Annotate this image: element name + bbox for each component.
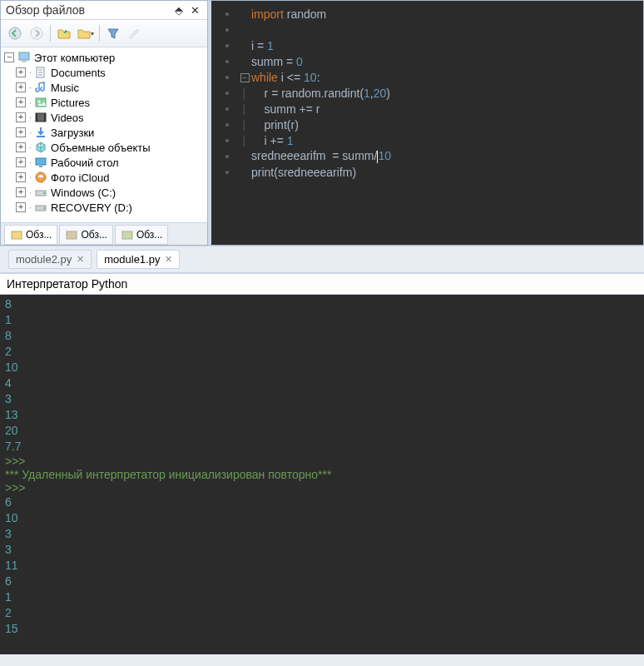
svg-point-14 xyxy=(43,192,45,194)
panel-tab-label: Обз... xyxy=(136,229,162,241)
svg-point-6 xyxy=(38,101,41,103)
filter-button[interactable] xyxy=(103,23,123,43)
expand-icon[interactable]: + xyxy=(16,157,26,167)
expand-icon[interactable]: + xyxy=(16,202,26,212)
expand-icon[interactable]: + xyxy=(16,187,26,197)
tree-connector: · xyxy=(29,142,32,152)
console-line: *** Удаленный интерпретатор инициализиро… xyxy=(5,468,639,481)
expand-icon[interactable]: + xyxy=(16,142,26,152)
panel-tab[interactable]: Обз... xyxy=(4,225,57,245)
tree-root[interactable]: − Этот компьютер xyxy=(1,50,207,65)
tree-item-label: Pictures xyxy=(51,97,90,109)
console-line: 6 xyxy=(5,495,639,510)
tree-item-label: Фото iCloud xyxy=(51,171,109,184)
code-line[interactable]: • xyxy=(216,22,643,37)
close-tab-icon[interactable]: ✕ xyxy=(165,254,172,265)
editor-tab-label: module1.py xyxy=(104,253,160,266)
tree-root-label: Этот компьютер xyxy=(34,52,115,64)
code-line[interactable]: •│ print(r) xyxy=(216,117,643,132)
tree-item[interactable]: +·Pictures xyxy=(1,95,207,110)
download-icon xyxy=(34,126,47,139)
panel-title: Обзор файлов xyxy=(6,3,85,17)
expand-icon[interactable]: + xyxy=(16,112,26,122)
tree-item[interactable]: +·Фото iCloud xyxy=(1,170,207,185)
tab-icon xyxy=(10,228,23,241)
tree-item[interactable]: +·Windows (C:) xyxy=(1,185,207,200)
interpreter-console[interactable]: 8182104313207.7>>>*** Удаленный интерпре… xyxy=(0,295,644,654)
console-line: 15 xyxy=(5,621,639,637)
code-line[interactable]: •summ = 0 xyxy=(216,53,643,69)
close-icon[interactable]: ✕ xyxy=(188,4,202,17)
code-line[interactable]: •import random xyxy=(216,6,643,22)
tab-icon xyxy=(65,228,78,241)
fold-icon[interactable]: − xyxy=(240,73,250,82)
code-line[interactable]: •│ summ += r xyxy=(216,101,643,117)
editor-tab[interactable]: module1.py✕ xyxy=(97,250,180,269)
expand-icon[interactable]: + xyxy=(16,82,26,92)
expand-icon[interactable]: + xyxy=(16,97,26,107)
svg-point-16 xyxy=(43,207,45,209)
close-tab-icon[interactable]: ✕ xyxy=(77,254,84,265)
expand-icon[interactable]: + xyxy=(16,67,26,77)
console-line: 8 xyxy=(5,296,639,312)
file-browser-panel: Обзор файлов ⬘ ✕ ▾ xyxy=(0,0,208,246)
editor-tab[interactable]: module2.py✕ xyxy=(8,250,92,269)
code-line[interactable]: •sredneeearifm = summ/10 xyxy=(216,148,643,164)
tree-item[interactable]: +·Documents xyxy=(1,65,207,80)
code-line[interactable]: •│ r = random.randint(1,20) xyxy=(216,85,643,101)
tree-connector: · xyxy=(29,97,32,107)
pin-icon[interactable]: ⬘ xyxy=(172,4,186,17)
tree-item-label: Music xyxy=(51,82,79,94)
console-line: 7.7 xyxy=(5,439,639,455)
back-button[interactable] xyxy=(5,23,25,43)
drive-icon xyxy=(34,186,47,199)
drive-icon xyxy=(34,201,47,214)
expand-icon[interactable]: + xyxy=(16,172,26,182)
code-line[interactable]: •│ i += 1 xyxy=(216,132,643,148)
tree-item[interactable]: +·Загрузки xyxy=(1,125,207,140)
tab-icon xyxy=(121,228,134,241)
tree-item[interactable]: +·Объемные объекты xyxy=(1,140,207,155)
file-tree[interactable]: − Этот компьютер +·Documents+·Music+·Pic… xyxy=(1,47,207,222)
svg-rect-19 xyxy=(122,231,132,239)
svg-rect-10 xyxy=(36,158,46,165)
console-line: 4 xyxy=(5,375,639,391)
tree-item[interactable]: +·Music xyxy=(1,80,207,95)
tree-connector: · xyxy=(29,202,32,212)
tree-connector: · xyxy=(29,172,32,182)
console-line: 10 xyxy=(5,360,639,375)
cube-icon xyxy=(34,141,47,154)
panel-tab[interactable]: Обз... xyxy=(59,225,112,245)
console-line: >>> xyxy=(5,481,639,495)
tree-item[interactable]: +·Videos xyxy=(1,110,207,125)
expand-icon[interactable]: + xyxy=(16,127,26,137)
tree-item-label: RECOVERY (D:) xyxy=(51,201,132,214)
collapse-icon[interactable]: − xyxy=(4,52,14,62)
panel-title-bar: Обзор файлов ⬘ ✕ xyxy=(1,1,207,20)
folder-open-button[interactable] xyxy=(54,23,74,43)
code-line[interactable]: •−while i <= 10: xyxy=(216,69,643,85)
tree-item[interactable]: +·Рабочий стол xyxy=(1,155,207,170)
tree-item-label: Documents xyxy=(51,67,106,79)
code-line[interactable]: •i = 1 xyxy=(216,37,643,53)
file-toolbar: ▾ xyxy=(1,20,207,47)
tree-item-label: Объемные объекты xyxy=(51,142,151,154)
edit-button[interactable] xyxy=(125,23,145,43)
tree-connector: · xyxy=(29,112,32,122)
editor-tabs: module2.py✕module1.py✕ xyxy=(0,246,644,273)
desktop-icon xyxy=(34,156,47,169)
svg-rect-2 xyxy=(19,52,29,60)
tree-item-label: Загрузки xyxy=(51,127,94,139)
svg-rect-18 xyxy=(67,231,77,239)
code-line[interactable]: •print(sredneeearifm) xyxy=(216,164,643,180)
code-editor[interactable]: •import random••i = 1•summ = 0•−while i … xyxy=(208,0,644,246)
panel-tab[interactable]: Обз... xyxy=(115,225,168,245)
tree-connector: · xyxy=(29,67,32,77)
console-line: 1 xyxy=(5,312,639,328)
editor-tab-label: module2.py xyxy=(16,253,72,266)
tree-item[interactable]: +·RECOVERY (D:) xyxy=(1,200,207,215)
forward-button[interactable] xyxy=(27,23,47,43)
console-line: 13 xyxy=(5,407,639,423)
panel-tab-label: Обз... xyxy=(26,229,52,241)
folder-dropdown-button[interactable]: ▾ xyxy=(76,23,96,43)
